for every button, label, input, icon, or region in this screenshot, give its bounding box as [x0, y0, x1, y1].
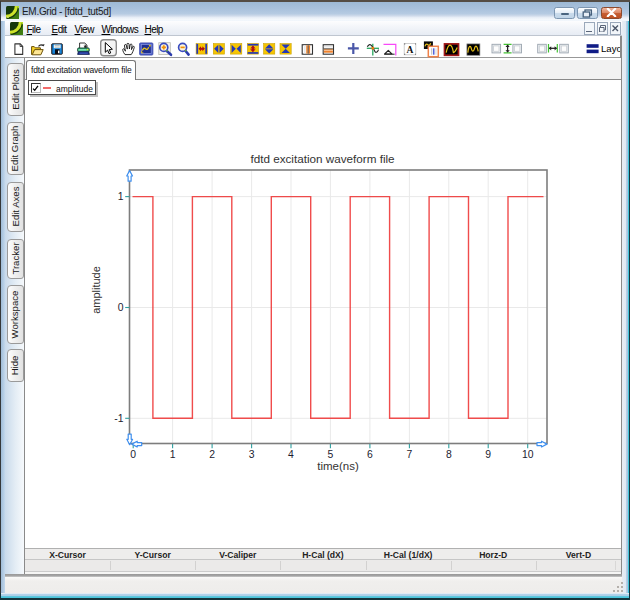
svg-text:fdtd excitation waveform file: fdtd excitation waveform file [250, 152, 394, 165]
svg-text:1: 1 [170, 449, 176, 460]
svg-text:9: 9 [485, 449, 491, 460]
svg-text:10: 10 [522, 449, 534, 460]
svg-text:4: 4 [288, 449, 294, 460]
svg-text:3: 3 [249, 449, 255, 460]
svg-text:6: 6 [367, 449, 373, 460]
svg-text:time(ns): time(ns) [317, 460, 359, 472]
svg-text:0: 0 [118, 302, 124, 313]
svg-text:0: 0 [130, 449, 136, 460]
svg-text:amplitude: amplitude [90, 266, 102, 314]
svg-text:5: 5 [328, 449, 334, 460]
svg-text:1: 1 [118, 191, 124, 202]
svg-text:-1: -1 [114, 413, 123, 424]
svg-text:7: 7 [407, 449, 413, 460]
svg-text:2: 2 [209, 449, 215, 460]
svg-text:8: 8 [446, 449, 452, 460]
